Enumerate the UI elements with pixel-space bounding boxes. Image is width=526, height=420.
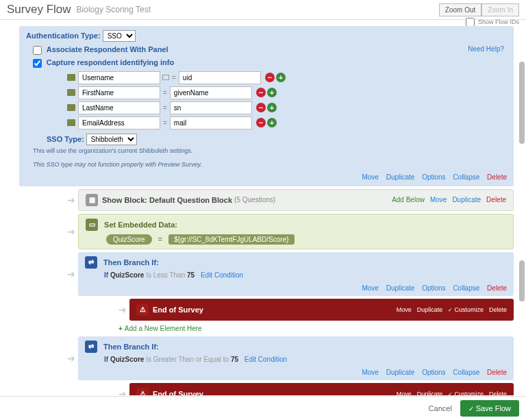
remove-field-button[interactable]: − xyxy=(256,88,266,97)
remove-field-button[interactable]: − xyxy=(256,118,266,127)
edit-condition-link[interactable]: Edit Condition xyxy=(201,271,243,279)
field-row: = − + xyxy=(67,101,507,114)
add-field-button[interactable]: + xyxy=(267,118,277,127)
options-link[interactable]: Options xyxy=(422,173,445,181)
sso-type-select[interactable]: Shibboleth xyxy=(86,134,137,145)
need-help-link[interactable]: Need Help? xyxy=(468,45,504,53)
branch-block[interactable]: ⇄ Then Branch If: If QuizScore Is Less T… xyxy=(78,252,514,296)
edit-condition-link[interactable]: Edit Condition xyxy=(245,356,287,363)
embedded-data-block[interactable]: ▭ Set Embedded Data: QuizScore = ${gr://… xyxy=(78,214,514,249)
field-name-input[interactable] xyxy=(78,101,160,114)
duplicate-link[interactable]: Duplicate xyxy=(386,369,415,376)
move-link[interactable]: Move xyxy=(397,306,412,313)
customize-link[interactable]: Customize xyxy=(448,391,484,395)
associate-panel-label: Associate Respondent With Panel xyxy=(47,45,168,53)
duplicate-link[interactable]: Duplicate xyxy=(452,196,481,203)
connector-arrow-icon: ➔ xyxy=(67,353,75,364)
connector-arrow-icon: ➔ xyxy=(118,304,127,315)
scrollbar-thumb[interactable] xyxy=(519,260,525,301)
collapse-link[interactable]: Collapse xyxy=(453,284,479,292)
branch-label: Then Branch If: xyxy=(103,342,159,350)
zoom-in-button[interactable]: Zoom In xyxy=(481,3,519,16)
duplicate-link[interactable]: Duplicate xyxy=(386,284,415,292)
field-map-input[interactable] xyxy=(170,101,252,114)
delete-link[interactable]: Delete xyxy=(489,306,507,313)
branch-block[interactable]: ⇄ Then Branch If: If QuizScore Is Greate… xyxy=(78,336,514,380)
cond-var: QuizScore xyxy=(110,356,144,363)
field-icon xyxy=(67,74,75,81)
delete-link[interactable]: Delete xyxy=(487,369,507,376)
field-map-input[interactable] xyxy=(170,116,252,129)
add-below-link[interactable]: Add Below xyxy=(392,196,425,203)
equals-label: = xyxy=(158,235,162,243)
move-link[interactable]: Move xyxy=(362,284,378,292)
delete-link[interactable]: Delete xyxy=(487,284,507,292)
cond-op: Is Greater Than or Equal to xyxy=(146,356,229,363)
capture-info-checkbox[interactable] xyxy=(33,59,42,68)
move-link[interactable]: Move xyxy=(362,369,378,376)
duplicate-link[interactable]: Duplicate xyxy=(386,173,415,181)
add-element-link[interactable]: +Add a New Element Here xyxy=(118,325,514,332)
customize-link[interactable]: Customize xyxy=(448,306,484,313)
embedded-var-pill[interactable]: QuizScore xyxy=(106,234,152,245)
collapse-link[interactable]: Collapse xyxy=(453,369,479,376)
question-count: (5 Questions) xyxy=(234,196,275,203)
move-link[interactable]: Move xyxy=(362,173,378,181)
cancel-button[interactable]: Cancel xyxy=(429,404,452,412)
field-map-input[interactable] xyxy=(179,71,261,84)
options-link[interactable]: Options xyxy=(422,369,445,376)
add-field-button[interactable]: + xyxy=(267,103,277,112)
flow-canvas[interactable]: Authentication Type: SSO Need Help? Asso… xyxy=(0,26,526,395)
embedded-value-pill[interactable]: ${gr://SC_8dKTemtFJgULABD/Score} xyxy=(168,234,294,245)
cond-value: 75 xyxy=(187,271,195,279)
remove-field-button[interactable]: − xyxy=(265,73,275,82)
remove-field-button[interactable]: − xyxy=(256,103,266,112)
capture-info-label: Capture respondent identifying info xyxy=(47,58,174,66)
cond-value: 75 xyxy=(231,356,238,363)
connector-arrow-icon: ➔ xyxy=(67,269,75,280)
options-link[interactable]: Options xyxy=(422,284,445,292)
cond-var: QuizScore xyxy=(110,271,144,279)
show-block-label: Show Block: Default Question Block xyxy=(102,196,232,204)
field-name-input[interactable] xyxy=(78,116,160,129)
branch-label: Then Branch If: xyxy=(103,258,159,266)
authenticator-block[interactable]: Authentication Type: SSO Need Help? Asso… xyxy=(19,26,514,186)
connector-arrow-icon: ➔ xyxy=(67,226,75,237)
connector-arrow-icon: ➔ xyxy=(67,195,75,206)
show-block[interactable]: ▦ Show Block: Default Question Block (5 … xyxy=(78,189,514,211)
sso-warning: This SSO type may not function properly … xyxy=(33,161,507,168)
delete-link[interactable]: Delete xyxy=(486,196,506,203)
move-link[interactable]: Move xyxy=(430,196,447,203)
block-icon: ▦ xyxy=(86,194,98,206)
show-flow-ids-label: Show Flow IDs xyxy=(478,18,519,25)
field-name-input[interactable] xyxy=(78,71,160,84)
field-map-input[interactable] xyxy=(170,86,252,99)
warning-icon: ⚠ xyxy=(136,388,149,395)
add-field-button[interactable]: + xyxy=(267,88,277,97)
delete-link[interactable]: Delete xyxy=(487,173,507,181)
add-field-button[interactable]: + xyxy=(276,73,286,82)
duplicate-link[interactable]: Duplicate xyxy=(417,306,443,313)
duplicate-link[interactable]: Duplicate xyxy=(417,391,443,395)
zoom-out-button[interactable]: Zoom Out xyxy=(439,3,481,16)
save-flow-button[interactable]: Save Flow xyxy=(460,400,519,417)
if-label: If xyxy=(104,356,108,363)
connector-arrow-icon: ➔ xyxy=(118,388,127,395)
embedded-data-icon: ▭ xyxy=(86,219,98,231)
equals-label: = xyxy=(172,74,176,82)
field-icon xyxy=(67,89,75,96)
collapse-link[interactable]: Collapse xyxy=(453,173,479,181)
end-of-survey-block[interactable]: ⚠ End of Survey Move Duplicate Customize… xyxy=(129,383,514,395)
page-title: Survey Flow xyxy=(7,3,71,16)
branch-icon: ⇄ xyxy=(85,341,97,353)
end-of-survey-block[interactable]: ⚠ End of Survey Move Duplicate Customize… xyxy=(129,299,514,321)
field-name-input[interactable] xyxy=(78,86,160,99)
move-link[interactable]: Move xyxy=(397,391,412,395)
end-label: End of Survey xyxy=(153,306,391,314)
warning-icon: ⚠ xyxy=(136,304,149,316)
if-label: If xyxy=(104,271,108,279)
auth-type-select[interactable]: SSO xyxy=(103,30,136,42)
scrollbar-thumb[interactable] xyxy=(519,62,525,144)
delete-link[interactable]: Delete xyxy=(489,391,507,395)
associate-panel-checkbox[interactable] xyxy=(33,46,42,55)
